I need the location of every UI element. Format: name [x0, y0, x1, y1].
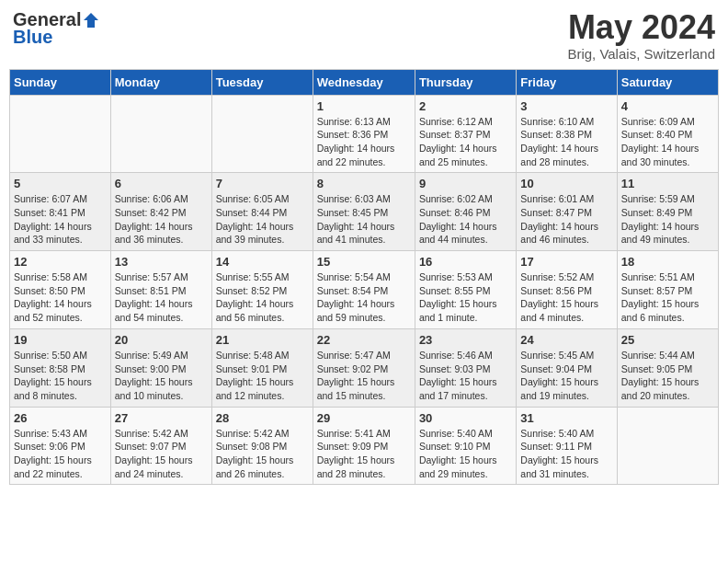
day-number: 19: [14, 333, 107, 347]
day-info: Sunrise: 6:06 AM Sunset: 8:42 PM Dayligh…: [115, 192, 208, 247]
calendar-cell: 7Sunrise: 6:05 AM Sunset: 8:44 PM Daylig…: [211, 173, 313, 251]
calendar-cell: 15Sunrise: 5:54 AM Sunset: 8:54 PM Dayli…: [313, 251, 415, 329]
day-info: Sunrise: 5:45 AM Sunset: 9:04 PM Dayligh…: [520, 349, 612, 403]
day-number: 30: [419, 411, 512, 425]
calendar-week-5: 26Sunrise: 5:43 AM Sunset: 9:06 PM Dayli…: [10, 407, 719, 485]
calendar-cell: 14Sunrise: 5:55 AM Sunset: 8:52 PM Dayli…: [211, 251, 313, 329]
calendar-cell: 30Sunrise: 5:40 AM Sunset: 9:10 PM Dayli…: [415, 407, 516, 485]
page-header: General Blue May 2024 Brig, Valais, Swit…: [9, 9, 719, 62]
day-number: 31: [520, 411, 612, 425]
day-info: Sunrise: 5:58 AM Sunset: 8:50 PM Dayligh…: [14, 270, 107, 325]
day-info: Sunrise: 5:49 AM Sunset: 9:00 PM Dayligh…: [115, 349, 208, 403]
calendar-cell: 31Sunrise: 5:40 AM Sunset: 9:11 PM Dayli…: [517, 407, 617, 485]
day-number: 17: [520, 255, 612, 269]
day-info: Sunrise: 6:05 AM Sunset: 8:44 PM Dayligh…: [216, 192, 309, 247]
svg-marker-0: [84, 13, 98, 28]
weekday-header-friday: Friday: [517, 69, 617, 95]
calendar-body: 1Sunrise: 6:13 AM Sunset: 8:36 PM Daylig…: [10, 95, 719, 485]
day-number: 21: [216, 333, 309, 347]
day-number: 4: [621, 99, 714, 113]
weekday-header-wednesday: Wednesday: [313, 69, 415, 95]
day-info: Sunrise: 5:57 AM Sunset: 8:51 PM Dayligh…: [115, 270, 208, 325]
day-number: 13: [115, 255, 208, 269]
day-number: 12: [14, 255, 107, 269]
day-number: 16: [419, 255, 512, 269]
day-number: 6: [115, 177, 208, 190]
weekday-row: SundayMondayTuesdayWednesdayThursdayFrid…: [10, 69, 719, 95]
calendar-cell: 6Sunrise: 6:06 AM Sunset: 8:42 PM Daylig…: [110, 173, 211, 251]
weekday-header-monday: Monday: [110, 69, 211, 95]
day-number: 29: [317, 411, 411, 425]
day-number: 27: [115, 411, 208, 425]
title-block: May 2024 Brig, Valais, Switzerland: [567, 9, 715, 62]
day-info: Sunrise: 6:07 AM Sunset: 8:41 PM Dayligh…: [14, 192, 107, 247]
day-number: 5: [14, 177, 107, 190]
weekday-header-thursday: Thursday: [415, 69, 516, 95]
day-number: 20: [115, 333, 208, 347]
calendar-cell: 25Sunrise: 5:44 AM Sunset: 9:05 PM Dayli…: [617, 328, 718, 407]
calendar-cell: 29Sunrise: 5:41 AM Sunset: 9:09 PM Dayli…: [313, 407, 415, 485]
day-info: Sunrise: 6:02 AM Sunset: 8:46 PM Dayligh…: [419, 192, 512, 247]
calendar-cell: 11Sunrise: 5:59 AM Sunset: 8:49 PM Dayli…: [617, 173, 718, 251]
day-number: 1: [317, 99, 411, 113]
calendar-week-2: 5Sunrise: 6:07 AM Sunset: 8:41 PM Daylig…: [10, 173, 719, 251]
calendar-cell: 23Sunrise: 5:46 AM Sunset: 9:03 PM Dayli…: [415, 328, 516, 407]
day-number: 7: [216, 177, 309, 190]
logo-icon: [83, 12, 99, 29]
calendar-cell: 12Sunrise: 5:58 AM Sunset: 8:50 PM Dayli…: [10, 251, 111, 329]
calendar-cell: 10Sunrise: 6:01 AM Sunset: 8:47 PM Dayli…: [517, 173, 617, 251]
day-info: Sunrise: 6:13 AM Sunset: 8:36 PM Dayligh…: [317, 115, 411, 169]
day-number: 2: [419, 99, 512, 113]
calendar-cell: 2Sunrise: 6:12 AM Sunset: 8:37 PM Daylig…: [415, 95, 516, 173]
calendar-cell: [110, 95, 211, 173]
weekday-header-tuesday: Tuesday: [211, 69, 313, 95]
calendar-cell: 21Sunrise: 5:48 AM Sunset: 9:01 PM Dayli…: [211, 328, 313, 407]
day-info: Sunrise: 5:59 AM Sunset: 8:49 PM Dayligh…: [621, 192, 714, 247]
day-info: Sunrise: 5:42 AM Sunset: 9:07 PM Dayligh…: [115, 427, 208, 481]
calendar-cell: 4Sunrise: 6:09 AM Sunset: 8:40 PM Daylig…: [617, 95, 718, 173]
day-info: Sunrise: 6:03 AM Sunset: 8:45 PM Dayligh…: [317, 192, 411, 247]
logo: General Blue: [13, 9, 99, 48]
day-info: Sunrise: 5:52 AM Sunset: 8:56 PM Dayligh…: [520, 270, 612, 325]
calendar-table: SundayMondayTuesdayWednesdayThursdayFrid…: [9, 69, 719, 486]
day-info: Sunrise: 5:47 AM Sunset: 9:02 PM Dayligh…: [317, 349, 411, 403]
day-number: 8: [317, 177, 411, 190]
day-info: Sunrise: 5:48 AM Sunset: 9:01 PM Dayligh…: [216, 349, 309, 403]
calendar-cell: 17Sunrise: 5:52 AM Sunset: 8:56 PM Dayli…: [517, 251, 617, 329]
day-info: Sunrise: 5:55 AM Sunset: 8:52 PM Dayligh…: [216, 270, 309, 325]
day-info: Sunrise: 5:53 AM Sunset: 8:55 PM Dayligh…: [419, 270, 512, 325]
day-number: 24: [520, 333, 612, 347]
calendar-cell: 19Sunrise: 5:50 AM Sunset: 8:58 PM Dayli…: [10, 328, 111, 407]
weekday-header-sunday: Sunday: [10, 69, 111, 95]
calendar-cell: 3Sunrise: 6:10 AM Sunset: 8:38 PM Daylig…: [517, 95, 617, 173]
day-number: 11: [621, 177, 714, 190]
calendar-cell: 5Sunrise: 6:07 AM Sunset: 8:41 PM Daylig…: [10, 173, 111, 251]
day-number: 15: [317, 255, 411, 269]
calendar-cell: [211, 95, 313, 173]
calendar-cell: 24Sunrise: 5:45 AM Sunset: 9:04 PM Dayli…: [517, 328, 617, 407]
day-number: 22: [317, 333, 411, 347]
day-info: Sunrise: 5:51 AM Sunset: 8:57 PM Dayligh…: [621, 270, 714, 325]
logo-blue-text: Blue: [13, 27, 52, 48]
weekday-header-saturday: Saturday: [617, 69, 718, 95]
month-title: May 2024: [567, 9, 715, 46]
day-info: Sunrise: 5:41 AM Sunset: 9:09 PM Dayligh…: [317, 427, 411, 481]
day-number: 3: [520, 99, 612, 113]
day-info: Sunrise: 5:50 AM Sunset: 8:58 PM Dayligh…: [14, 349, 107, 403]
calendar-header: SundayMondayTuesdayWednesdayThursdayFrid…: [10, 69, 719, 95]
calendar-week-1: 1Sunrise: 6:13 AM Sunset: 8:36 PM Daylig…: [10, 95, 719, 173]
day-number: 18: [621, 255, 714, 269]
calendar-cell: 22Sunrise: 5:47 AM Sunset: 9:02 PM Dayli…: [313, 328, 415, 407]
day-info: Sunrise: 5:40 AM Sunset: 9:10 PM Dayligh…: [419, 427, 512, 481]
calendar-cell: 8Sunrise: 6:03 AM Sunset: 8:45 PM Daylig…: [313, 173, 415, 251]
day-number: 14: [216, 255, 309, 269]
calendar-cell: 1Sunrise: 6:13 AM Sunset: 8:36 PM Daylig…: [313, 95, 415, 173]
calendar-cell: 16Sunrise: 5:53 AM Sunset: 8:55 PM Dayli…: [415, 251, 516, 329]
day-number: 28: [216, 411, 309, 425]
calendar-cell: 28Sunrise: 5:42 AM Sunset: 9:08 PM Dayli…: [211, 407, 313, 485]
day-info: Sunrise: 5:40 AM Sunset: 9:11 PM Dayligh…: [520, 427, 612, 481]
day-info: Sunrise: 5:43 AM Sunset: 9:06 PM Dayligh…: [14, 427, 107, 481]
day-info: Sunrise: 6:09 AM Sunset: 8:40 PM Dayligh…: [621, 115, 714, 169]
calendar-cell: [617, 407, 718, 485]
calendar-week-3: 12Sunrise: 5:58 AM Sunset: 8:50 PM Dayli…: [10, 251, 719, 329]
